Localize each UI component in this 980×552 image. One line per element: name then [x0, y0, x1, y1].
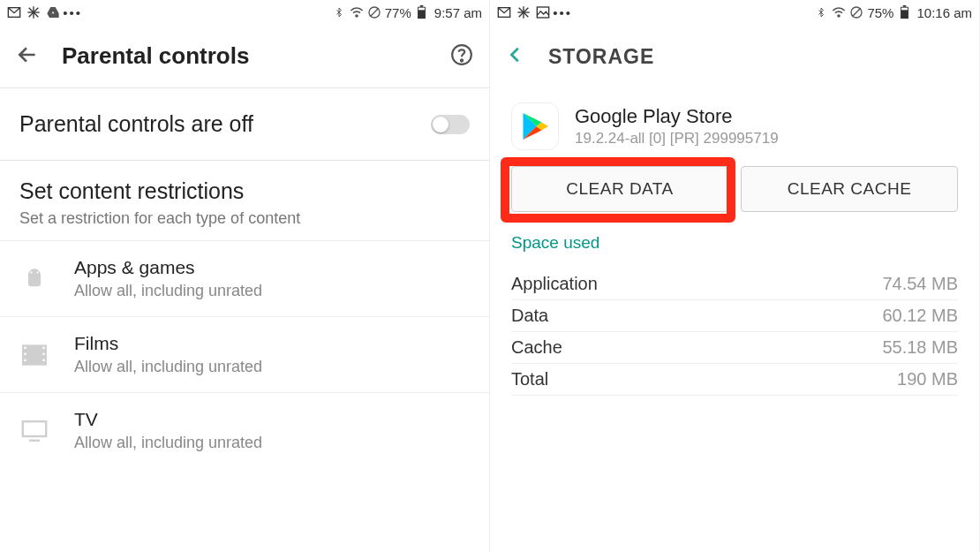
- wifi-icon: [350, 5, 364, 19]
- item-subtitle: Allow all, including unrated: [74, 434, 262, 452]
- no-signal-icon: [849, 5, 863, 19]
- item-subtitle: Allow all, including unrated: [74, 358, 262, 376]
- status-bar: ••• 77% 9:57 am: [0, 0, 489, 25]
- row-label: Data: [511, 306, 548, 326]
- svg-rect-20: [42, 352, 44, 354]
- header-bar: Parental controls: [0, 25, 489, 88]
- row-label: Cache: [511, 337, 562, 358]
- tv-icon: [19, 416, 49, 446]
- svg-rect-17: [24, 352, 26, 354]
- page-title: Parental controls: [62, 42, 450, 70]
- battery-icon: [415, 5, 429, 19]
- item-films[interactable]: Films Allow all, including unrated: [0, 316, 489, 392]
- more-icon: •••: [555, 5, 569, 19]
- screen-parental-controls: ••• 77% 9:57 am Parental controls: [0, 0, 490, 552]
- svg-point-5: [356, 15, 358, 17]
- drive-icon: [46, 5, 60, 19]
- svg-rect-35: [901, 8, 908, 11]
- snowflake-icon: [26, 5, 41, 19]
- app-info-row: Google Play Store 19.2.24-all [0] [PR] 2…: [490, 88, 979, 157]
- row-label: Total: [511, 369, 548, 389]
- svg-rect-21: [42, 359, 44, 360]
- row-value: 55.18 MB: [882, 337, 958, 358]
- storage-table: Application 74.54 MB Data 60.12 MB Cache…: [490, 258, 979, 406]
- film-icon: [19, 340, 49, 370]
- header-bar: STORAGE: [490, 25, 979, 88]
- item-title: Films: [74, 333, 262, 354]
- svg-line-7: [370, 8, 378, 16]
- parental-toggle-row[interactable]: Parental controls are off: [0, 88, 489, 161]
- back-chevron-icon[interactable]: [506, 45, 525, 68]
- storage-row-cache: Cache 55.18 MB: [511, 332, 958, 364]
- svg-rect-9: [420, 5, 424, 7]
- section-header: Set content restrictions Set a restricti…: [0, 161, 489, 240]
- section-heading: Set content restrictions: [19, 178, 470, 204]
- gmail-icon: [497, 5, 511, 19]
- svg-rect-34: [903, 5, 907, 7]
- more-icon: •••: [65, 5, 79, 19]
- help-icon[interactable]: [450, 43, 473, 70]
- battery-icon: [897, 5, 911, 19]
- bluetooth-icon: [814, 5, 828, 19]
- row-value: 190 MB: [897, 369, 958, 389]
- screen-storage: ••• 75% 10:16 am STORAGE: [490, 0, 980, 552]
- clear-data-button[interactable]: CLEAR DATA: [511, 166, 728, 212]
- item-tv[interactable]: TV Allow all, including unrated: [0, 392, 489, 468]
- status-bar: ••• 75% 10:16 am: [490, 0, 979, 25]
- android-icon: [19, 264, 49, 294]
- item-apps-games[interactable]: Apps & games Allow all, including unrate…: [0, 240, 489, 316]
- back-arrow-icon[interactable]: [16, 43, 39, 70]
- snowflake-icon: [516, 5, 531, 19]
- no-signal-icon: [367, 5, 381, 19]
- clear-cache-button[interactable]: CLEAR CACHE: [741, 166, 958, 212]
- toggle-switch[interactable]: [431, 115, 470, 134]
- clock: 10:16 am: [916, 5, 972, 20]
- svg-point-14: [36, 271, 38, 273]
- svg-rect-19: [42, 346, 44, 348]
- battery-percent: 75%: [867, 5, 893, 20]
- storage-row-application: Application 74.54 MB: [511, 268, 958, 300]
- toggle-label: Parental controls are off: [19, 111, 253, 137]
- row-value: 74.54 MB: [882, 274, 958, 294]
- bluetooth-icon: [332, 5, 346, 19]
- play-store-icon: [511, 102, 559, 150]
- svg-rect-18: [24, 359, 26, 360]
- clock: 9:57 am: [434, 5, 482, 20]
- button-row: CLEAR DATA CLEAR CACHE: [490, 157, 979, 217]
- app-name: Google Play Store: [575, 105, 779, 128]
- item-title: TV: [74, 409, 262, 430]
- item-subtitle: Allow all, including unrated: [74, 282, 262, 300]
- picture-icon: [536, 5, 550, 19]
- space-used-label: Space used: [490, 217, 979, 258]
- section-subtitle: Set a restriction for each type of conte…: [19, 209, 470, 228]
- battery-percent: 77%: [385, 5, 411, 20]
- svg-point-12: [461, 59, 463, 61]
- svg-rect-22: [23, 421, 46, 436]
- svg-point-13: [30, 271, 32, 273]
- svg-rect-16: [24, 346, 26, 348]
- storage-row-data: Data 60.12 MB: [511, 300, 958, 332]
- row-label: Application: [511, 274, 598, 294]
- app-version: 19.2.24-all [0] [PR] 299995719: [575, 130, 779, 147]
- svg-line-32: [853, 8, 861, 16]
- svg-rect-10: [418, 8, 425, 11]
- wifi-icon: [832, 5, 846, 19]
- item-title: Apps & games: [74, 257, 262, 278]
- svg-point-30: [838, 15, 840, 17]
- gmail-icon: [7, 5, 21, 19]
- row-value: 60.12 MB: [882, 306, 958, 326]
- page-title: STORAGE: [548, 45, 963, 69]
- storage-row-total: Total 190 MB: [511, 364, 958, 396]
